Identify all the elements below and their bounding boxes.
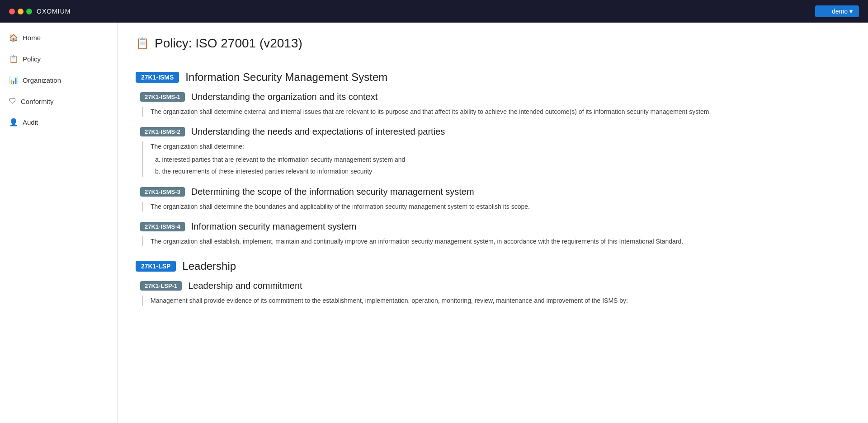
sidebar-item-label: Policy — [23, 55, 41, 63]
sub-content-text-lsp-1: Management shall provide evidence of its… — [151, 296, 850, 306]
sidebar-item-conformity[interactable]: 🛡 Conformity — [0, 91, 117, 112]
section-header-isms: 27K1-ISMSInformation Security Management… — [136, 71, 850, 84]
list-item: a. interested parties that are relevant … — [155, 155, 850, 164]
user-menu-button[interactable]: 👤 demo ▾ — [815, 5, 859, 17]
topnav-left: OXOMIUM — [9, 8, 71, 15]
sidebar-item-label: Organization — [23, 76, 61, 84]
sidebar-item-label: Conformity — [21, 98, 54, 105]
page-header: 📋 Policy: ISO 27001 (v2013) — [136, 36, 850, 58]
section-badge-isms: 27K1-ISMS — [136, 72, 179, 83]
traffic-light-red — [9, 9, 15, 14]
sub-item-isms-3: 27K1-ISMS-3Determining the scope of the … — [136, 187, 850, 212]
sub-item-lsp-1: 27K1-LSP-1Leadership and commitmentManag… — [136, 281, 850, 306]
sub-title-lsp-1: Leadership and commitment — [188, 281, 302, 291]
sub-item-header-lsp-1: 27K1-LSP-1Leadership and commitment — [140, 281, 850, 291]
sub-content-isms-3: The organization shall determine the bou… — [142, 202, 850, 212]
sub-content-text-isms-2: The organization shall determine: — [151, 141, 850, 151]
section-lsp: 27K1-LSPLeadership27K1-LSP-1Leadership a… — [136, 260, 850, 306]
user-label: demo ▾ — [832, 8, 853, 15]
sub-item-isms-2: 27K1-ISMS-2Understanding the needs and e… — [136, 127, 850, 176]
sub-badge-isms-4: 27K1-ISMS-4 — [140, 222, 185, 231]
page-title: Policy: ISO 27001 (v2013) — [155, 36, 302, 51]
sidebar-item-label: Audit — [23, 118, 38, 126]
sub-title-isms-2: Understanding the needs and expectations… — [191, 127, 445, 137]
sections-container: 27K1-ISMSInformation Security Management… — [136, 71, 850, 306]
sidebar-item-label: Home — [23, 34, 41, 42]
sub-badge-isms-3: 27K1-ISMS-3 — [140, 187, 185, 197]
sub-item-isms-4: 27K1-ISMS-4Information security manageme… — [136, 221, 850, 246]
page-header-icon: 📋 — [136, 37, 149, 50]
organization-icon: 📊 — [9, 76, 18, 85]
section-header-lsp: 27K1-LSPLeadership — [136, 260, 850, 273]
sub-content-isms-1: The organization shall determine externa… — [142, 107, 850, 117]
sub-item-header-isms-3: 27K1-ISMS-3Determining the scope of the … — [140, 187, 850, 197]
sidebar: 🏠 Home 📋 Policy 📊 Organization 🛡 Conform… — [0, 23, 118, 423]
section-isms: 27K1-ISMSInformation Security Management… — [136, 71, 850, 246]
audit-icon: 👤 — [9, 118, 18, 127]
sub-title-isms-4: Information security management system — [191, 221, 357, 232]
sub-content-text-isms-4: The organization shall establish, implem… — [151, 236, 850, 246]
sub-content-isms-2: The organization shall determine:a. inte… — [142, 141, 850, 176]
sub-item-header-isms-1: 27K1-ISMS-1Understanding the organizatio… — [140, 92, 850, 102]
sidebar-item-organization[interactable]: 📊 Organization — [0, 70, 117, 91]
sub-content-text-isms-3: The organization shall determine the bou… — [151, 202, 850, 212]
sidebar-item-home[interactable]: 🏠 Home — [0, 27, 117, 48]
sub-content-lsp-1: Management shall provide evidence of its… — [142, 296, 850, 306]
sub-item-header-isms-2: 27K1-ISMS-2Understanding the needs and e… — [140, 127, 850, 137]
sub-item-header-isms-4: 27K1-ISMS-4Information security manageme… — [140, 221, 850, 232]
traffic-light-green — [26, 9, 32, 14]
section-title-isms: Information Security Management System — [185, 71, 387, 84]
user-icon: 👤 — [821, 8, 829, 15]
sub-item-isms-1: 27K1-ISMS-1Understanding the organizatio… — [136, 92, 850, 117]
top-navigation: OXOMIUM 👤 demo ▾ — [0, 0, 868, 23]
sub-title-isms-3: Determining the scope of the information… — [191, 187, 474, 197]
policy-icon: 📋 — [9, 55, 18, 63]
sub-title-isms-1: Understanding the organization and its c… — [191, 92, 378, 102]
section-title-lsp: Leadership — [182, 260, 236, 273]
conformity-icon: 🛡 — [9, 97, 16, 105]
sub-content-text-isms-1: The organization shall determine externa… — [151, 107, 850, 117]
sub-content-isms-4: The organization shall establish, implem… — [142, 236, 850, 246]
sub-content-list-isms-2: a. interested parties that are relevant … — [151, 155, 850, 177]
app-name: OXOMIUM — [37, 8, 71, 15]
sidebar-item-audit[interactable]: 👤 Audit — [0, 112, 117, 133]
list-item: b. the requirements of these interested … — [155, 166, 850, 176]
traffic-lights — [9, 9, 32, 14]
section-badge-lsp: 27K1-LSP — [136, 261, 176, 272]
home-icon: 🏠 — [9, 33, 18, 42]
sub-badge-lsp-1: 27K1-LSP-1 — [140, 281, 182, 291]
traffic-light-yellow — [18, 9, 24, 14]
sub-badge-isms-2: 27K1-ISMS-2 — [140, 127, 185, 136]
main-content: 📋 Policy: ISO 27001 (v2013) 27K1-ISMSInf… — [118, 23, 868, 423]
main-layout: 🏠 Home 📋 Policy 📊 Organization 🛡 Conform… — [0, 23, 868, 423]
sub-badge-isms-1: 27K1-ISMS-1 — [140, 92, 185, 102]
sidebar-item-policy[interactable]: 📋 Policy — [0, 48, 117, 70]
